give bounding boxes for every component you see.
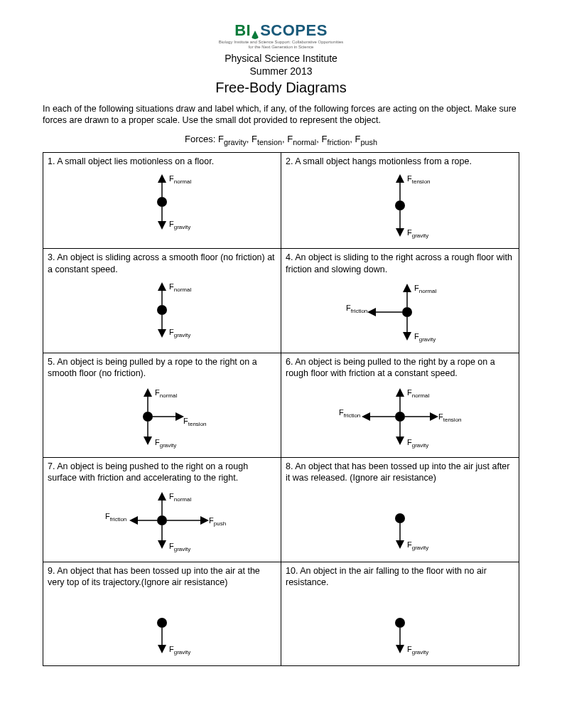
cell-10-text: 10. An object in the air falling to the … [286, 565, 514, 589]
svg-text:Fpush: Fpush [209, 516, 226, 527]
svg-point-5 [395, 200, 405, 210]
force-3: Fnormal [287, 134, 316, 144]
cell-10: 10. An object in the air falling to the … [281, 562, 519, 666]
force-1: Fgravity [218, 134, 247, 144]
svg-text:Fnormal: Fnormal [407, 388, 429, 399]
svg-text:Fgravity: Fgravity [407, 645, 428, 655]
logo-sub-line2: for the Next Generation in Science [43, 45, 519, 50]
header-line2: Summer 2013 [43, 65, 519, 77]
svg-text:Fgravity: Fgravity [155, 438, 176, 449]
svg-text:Fnormal: Fnormal [169, 282, 191, 293]
cell-6: 6. An object is being pulled to the righ… [281, 353, 519, 458]
svg-text:Ftension: Ftension [438, 412, 462, 423]
cell-5-text: 5. An object is being pulled by a rope t… [48, 356, 276, 380]
fbd-7: Fnormal Fgravity Fpush Ffriction [70, 486, 254, 554]
svg-text:Ffriction: Ffriction [346, 304, 367, 314]
cell-9: 9. An object that has been tossed up int… [43, 562, 281, 666]
svg-text:Ffriction: Ffriction [105, 512, 126, 523]
svg-point-53 [395, 618, 405, 628]
fbd-3: Fnormal Fgravity [105, 278, 219, 342]
force-2: Ftension [252, 134, 282, 144]
fbd-8: Fgravity [343, 486, 457, 554]
svg-point-0 [157, 197, 167, 207]
svg-text:Ftension: Ftension [183, 417, 207, 427]
fbd-6: Fnormal Fgravity Ftension Ffriction [315, 382, 485, 450]
logo-part-bi: BI [234, 21, 251, 39]
cell-9-text: 9. An object that has been tossed up int… [48, 565, 276, 589]
logo-subtitle: Biology Institute and Science Support: C… [43, 40, 519, 49]
header-line1: Physical Science Institute [43, 52, 519, 65]
svg-text:Fgravity: Fgravity [169, 328, 190, 338]
cell-3: 3. An object is sliding across a smooth … [43, 249, 281, 353]
droplet-icon [251, 31, 259, 39]
svg-text:Ftension: Ftension [407, 174, 431, 185]
svg-text:Fnormal: Fnormal [169, 174, 191, 185]
svg-text:Fgravity: Fgravity [407, 438, 428, 449]
cell-4-text: 4. An object is sliding to the right acr… [286, 252, 514, 275]
svg-text:Fnormal: Fnormal [169, 492, 191, 503]
header: Physical Science Institute Summer 2013 [43, 52, 519, 77]
page-title: Free-Body Diagrams [43, 80, 519, 96]
cell-4: 4. An object is sliding to the right acr… [281, 249, 519, 353]
cell-6-text: 6. An object is being pulled to the righ… [286, 356, 514, 380]
logo-part-scopes: SCOPES [260, 21, 328, 39]
problem-grid: 1. A small object lies motionless on a f… [43, 152, 519, 667]
svg-text:Fgravity: Fgravity [169, 645, 190, 655]
svg-text:Fgravity: Fgravity [169, 220, 190, 230]
force-4: Ffriction [321, 134, 350, 144]
cell-3-text: 3. An object is sliding across a smooth … [48, 252, 276, 275]
cell-8-text: 8. An object that has been tossed up int… [286, 461, 514, 484]
document-page: BISCOPES Biology Institute and Science S… [0, 0, 562, 695]
forces-prefix: Forces: [185, 134, 218, 144]
svg-text:Fgravity: Fgravity [169, 542, 190, 552]
fbd-2: Ftension Fgravity [343, 170, 457, 241]
svg-point-47 [395, 513, 405, 523]
svg-text:Fnormal: Fnormal [414, 284, 436, 294]
svg-text:Fnormal: Fnormal [155, 388, 177, 399]
fbd-9: Fgravity [105, 591, 219, 658]
cell-1: 1. A small object lies motionless on a f… [43, 152, 281, 249]
force-5: Fpush [355, 134, 377, 144]
svg-point-29 [395, 412, 405, 422]
svg-text:Fgravity: Fgravity [414, 332, 436, 343]
svg-point-38 [157, 515, 167, 525]
cell-7-text: 7. An object is being pushed to the righ… [48, 461, 276, 484]
logo: BISCOPES [234, 21, 328, 40]
fbd-10: Fgravity [343, 591, 457, 658]
cell-8: 8. An object that has been tossed up int… [281, 457, 519, 562]
svg-point-22 [143, 412, 153, 422]
logo-area: BISCOPES Biology Institute and Science S… [43, 21, 519, 49]
svg-text:Ffriction: Ffriction [339, 408, 360, 419]
svg-point-15 [402, 307, 412, 317]
forces-list: Forces: Fgravity, Ftension, Fnormal, Ffr… [43, 134, 519, 146]
cell-1-text: 1. A small object lies motionless on a f… [48, 156, 276, 167]
cell-5: 5. An object is being pulled by a rope t… [43, 353, 281, 458]
svg-text:Fgravity: Fgravity [407, 540, 428, 551]
svg-point-50 [157, 618, 167, 628]
instructions: In each of the following situations draw… [43, 103, 519, 127]
cell-7: 7. An object is being pushed to the righ… [43, 457, 281, 562]
svg-text:Fgravity: Fgravity [407, 228, 428, 239]
fbd-5: Fnormal Fgravity Ftension [91, 382, 233, 450]
cell-2: 2. A small object hangs motionless from … [281, 152, 519, 249]
svg-point-10 [157, 305, 167, 315]
cell-2-text: 2. A small object hangs motionless from … [286, 156, 514, 167]
fbd-1: Fnormal Fgravity [105, 170, 219, 234]
fbd-4: Fnormal Fgravity Ffriction [329, 278, 471, 346]
logo-sub-line1: Biology Institute and Science Support: C… [43, 40, 519, 45]
